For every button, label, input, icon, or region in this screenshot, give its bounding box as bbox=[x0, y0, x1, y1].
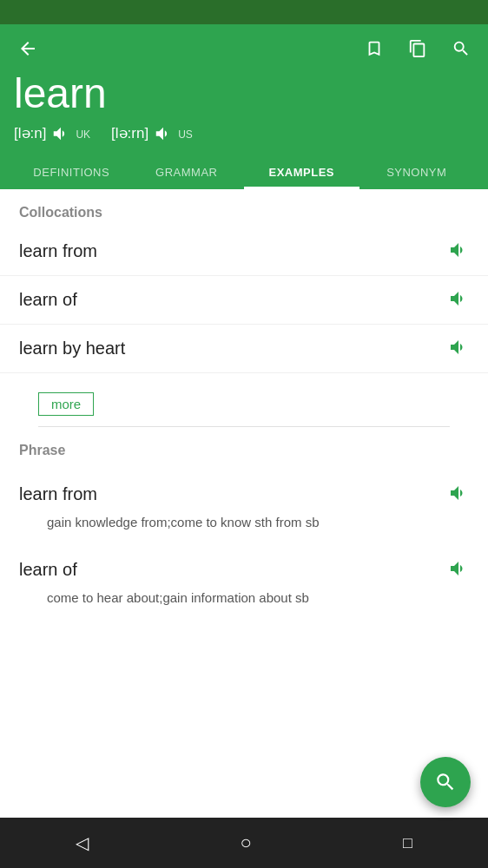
phrase-title-row-1: learn of bbox=[19, 549, 469, 585]
more-button[interactable]: more bbox=[38, 392, 94, 416]
more-button-container: more bbox=[0, 373, 488, 427]
pron-uk: [lə:n] UK bbox=[14, 124, 90, 143]
phrase-header: Phrase bbox=[0, 427, 488, 465]
list-item: learn of come to hear about;gain informa… bbox=[0, 541, 488, 617]
speaker-button-0[interactable] bbox=[448, 240, 469, 263]
list-item: learn of bbox=[0, 276, 488, 325]
fab-search-button[interactable] bbox=[420, 757, 471, 807]
collocations-section: Collocations learn from learn of learn b… bbox=[0, 189, 488, 427]
phrase-title-1: learn of bbox=[19, 560, 77, 580]
list-item: learn from gain knowledge from;come to k… bbox=[0, 465, 488, 542]
status-bar bbox=[0, 0, 488, 24]
copy-button[interactable] bbox=[405, 35, 431, 62]
phrase-title-0: learn from bbox=[19, 484, 97, 504]
phrase-desc-1: come to hear about;gain information abou… bbox=[19, 585, 469, 617]
collocation-text-0: learn from bbox=[19, 241, 97, 261]
header-top bbox=[14, 35, 474, 62]
list-item: learn by heart bbox=[0, 325, 488, 373]
pron-us-label: US bbox=[178, 128, 193, 141]
tab-synonym[interactable]: SYNONYM bbox=[359, 155, 475, 189]
pronunciation-row: [lə:n] UK [lə:rn] US bbox=[14, 124, 474, 143]
nav-home-button[interactable]: ○ bbox=[236, 828, 254, 858]
collocation-text-1: learn of bbox=[19, 290, 77, 310]
header: learn [lə:n] UK [lə:rn] US DEFINITIONS G… bbox=[0, 24, 488, 189]
pron-uk-speaker[interactable] bbox=[51, 124, 70, 143]
header-action-icons bbox=[361, 35, 474, 62]
pron-uk-ipa: [lə:n] bbox=[14, 124, 46, 142]
pron-us-speaker[interactable] bbox=[154, 124, 173, 143]
nav-back-button[interactable]: ◁ bbox=[72, 829, 92, 857]
search-button[interactable] bbox=[448, 35, 474, 62]
phrase-speaker-button-0[interactable] bbox=[448, 483, 469, 506]
tab-grammar[interactable]: GRAMMAR bbox=[129, 155, 245, 189]
pron-us-ipa: [lə:rn] bbox=[111, 124, 148, 142]
pron-us: [lə:rn] US bbox=[111, 124, 193, 143]
bottom-nav: ◁ ○ □ bbox=[0, 818, 488, 868]
nav-recent-button[interactable]: □ bbox=[399, 831, 416, 856]
tabs: DEFINITIONS GRAMMAR EXAMPLES SYNONYM bbox=[14, 155, 474, 189]
word-title: learn bbox=[14, 71, 474, 117]
phrase-section: Phrase learn from gain knowledge from;co… bbox=[0, 427, 488, 626]
phrase-title-row-0: learn from bbox=[19, 474, 469, 510]
phrase-speaker-button-1[interactable] bbox=[448, 558, 469, 582]
content-area: Collocations learn from learn of learn b… bbox=[0, 189, 488, 816]
list-item: learn from bbox=[0, 227, 488, 276]
tab-examples[interactable]: EXAMPLES bbox=[244, 155, 359, 189]
collocations-header: Collocations bbox=[0, 189, 488, 227]
pron-uk-label: UK bbox=[76, 128, 90, 141]
speaker-button-1[interactable] bbox=[448, 288, 469, 312]
back-button[interactable] bbox=[14, 35, 42, 62]
collocation-text-2: learn by heart bbox=[19, 339, 125, 358]
bookmark-button[interactable] bbox=[361, 35, 387, 62]
tab-definitions[interactable]: DEFINITIONS bbox=[14, 155, 129, 189]
phrase-desc-0: gain knowledge from;come to know sth fro… bbox=[19, 510, 469, 542]
speaker-button-2[interactable] bbox=[448, 337, 469, 360]
